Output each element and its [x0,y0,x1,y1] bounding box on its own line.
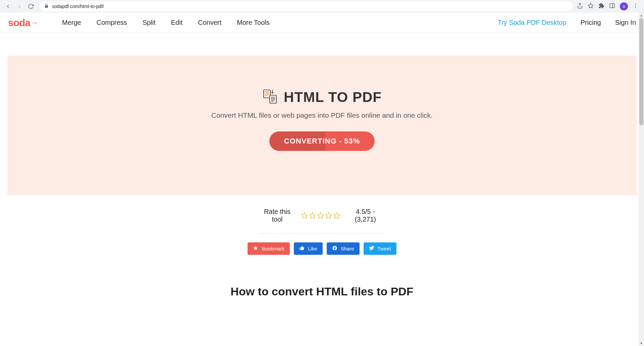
back-button[interactable] [3,2,13,11]
logo-arrow-icon: → [31,18,38,27]
page-scrollbar[interactable]: ▲ ▼ [639,13,644,346]
rating-score: 4.5/5 - (3,271) [345,208,386,223]
profile-avatar[interactable]: a [620,2,628,10]
forward-button[interactable] [15,2,24,11]
tweet-button[interactable]: Tweet [364,242,396,255]
convert-progress-button[interactable]: CONVERTING - 53% [269,131,375,151]
bookmark-star-icon[interactable] [588,3,594,10]
svg-rect-2 [610,4,614,8]
nav-split[interactable]: Split [143,19,156,26]
svg-marker-22 [254,246,258,250]
site-header: soda → Merge Compress Split Edit Convert… [0,13,644,33]
nav-edit[interactable]: Edit [171,19,182,26]
star-icon[interactable] [301,212,308,219]
share-page-icon[interactable] [577,3,583,10]
extensions-icon[interactable] [598,3,604,10]
svg-marker-20 [326,213,332,218]
svg-marker-1 [588,3,593,8]
kebab-menu-icon[interactable] [633,3,639,10]
nav-more-tools[interactable]: More Tools [237,19,269,26]
hero-panel: HTML TO PDF Convert HTML files or web pa… [7,56,637,195]
address-bar[interactable]: sodapdf.com/html-to-pdf/ [40,1,573,11]
page-title: HTML TO PDF [284,89,382,105]
reload-button[interactable] [26,2,36,11]
rating-stars[interactable] [301,212,340,219]
facebook-icon [332,245,337,252]
svg-point-5 [635,5,636,6]
panel-icon[interactable] [609,3,615,10]
svg-rect-12 [270,95,276,103]
star-icon[interactable] [309,212,316,219]
nav-convert[interactable]: Convert [198,19,221,26]
rate-label: Rate this tool [258,208,296,223]
nav-compress[interactable]: Compress [97,19,127,26]
like-button[interactable]: Like [294,242,323,255]
star-icon[interactable] [317,212,324,219]
svg-rect-7 [264,90,270,98]
lock-icon [44,4,49,9]
page-subtitle: Convert HTML files or web pages into PDF… [21,111,623,119]
svg-marker-18 [310,213,316,218]
svg-marker-21 [334,213,340,218]
logo[interactable]: soda → [8,17,38,28]
share-button[interactable]: Share [327,242,360,255]
svg-marker-19 [318,213,324,218]
scroll-thumb[interactable] [639,18,643,125]
share-row: Bookmark Like Share Tweet [258,242,386,255]
nav-merge[interactable]: Merge [62,19,81,26]
rating-row: Rate this tool 4.5/5 - (3,271) [258,208,386,234]
thumb-up-icon [299,245,305,252]
try-desktop-link[interactable]: Try Soda PDF Desktop [498,19,567,26]
scroll-up-icon[interactable]: ▲ [639,13,644,18]
pricing-link[interactable]: Pricing [581,19,601,26]
twitter-icon [369,245,374,252]
howto-title: How to convert HTML files to PDF [0,285,644,298]
main-nav: Merge Compress Split Edit Convert More T… [62,19,270,26]
sign-in-link[interactable]: Sign In [615,19,636,26]
browser-toolbar: sodapdf.com/html-to-pdf/ a [0,0,644,13]
scroll-down-icon[interactable]: ▼ [639,341,644,346]
url-text: sodapdf.com/html-to-pdf/ [52,4,104,9]
svg-point-6 [635,7,636,8]
svg-point-4 [635,4,636,4]
bookmark-button[interactable]: Bookmark [248,242,290,255]
html-to-pdf-icon [262,89,278,105]
star-icon[interactable] [333,212,340,219]
right-nav: Try Soda PDF Desktop Pricing Sign In [498,19,636,26]
star-icon[interactable] [325,212,332,219]
star-fill-icon [253,245,258,252]
svg-marker-17 [302,213,308,218]
